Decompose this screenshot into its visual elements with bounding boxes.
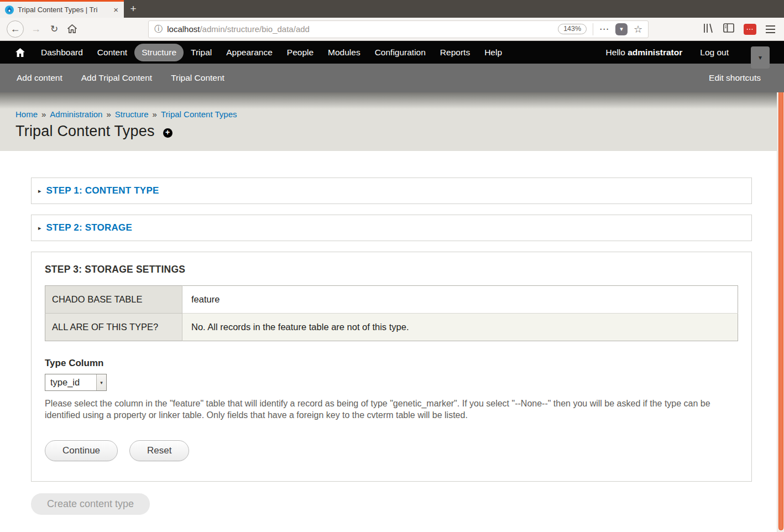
shortcut-add-content[interactable]: Add content <box>17 73 62 83</box>
browser-tab-active[interactable]: Tripal Content Types | Tri × <box>0 0 124 18</box>
url-host: localhost <box>167 24 200 34</box>
type-column-label: Type Column <box>45 358 738 369</box>
drupal-admin-toolbar: Dashboard Content Structure Tripal Appea… <box>0 41 784 64</box>
menu-item-dashboard[interactable]: Dashboard <box>34 44 90 61</box>
menu-item-modules[interactable]: Modules <box>321 44 368 61</box>
vertical-scrollbar[interactable] <box>777 41 784 532</box>
menu-item-structure[interactable]: Structure <box>134 44 184 61</box>
page-actions-icon[interactable]: ⋯ <box>599 23 609 35</box>
menu-item-configuration[interactable]: Configuration <box>368 44 433 61</box>
pocket-icon[interactable]: ▾ <box>615 23 628 35</box>
row-value-chado-base-table: feature <box>182 286 738 314</box>
breadcrumb-separator: » <box>153 109 157 119</box>
row-header-chado-base-table: CHADO BASE TABLE <box>45 286 182 314</box>
add-to-shortcuts-icon[interactable]: + <box>163 128 173 138</box>
page-header: Home»Administration»Structure»Tripal Con… <box>0 92 784 151</box>
sidebar-toggle-icon[interactable] <box>723 23 734 35</box>
divider <box>593 23 593 35</box>
collapse-triangle-icon: ▸ <box>38 187 41 195</box>
type-column-description: Please select the column in the "feature… <box>45 398 738 421</box>
table-row: ALL ARE OF THIS TYPE? No. All records in… <box>45 314 738 341</box>
edit-shortcuts-link[interactable]: Edit shortcuts <box>709 73 761 83</box>
step2-toggle-link[interactable]: STEP 2: STORAGE <box>46 222 132 233</box>
username: administrator <box>628 48 682 57</box>
shortcut-add-tripal-content[interactable]: Add Tripal Content <box>81 73 152 83</box>
bookmark-star-icon[interactable]: ☆ <box>634 23 642 35</box>
url-path: /admin/structure/bio_data/add <box>200 24 309 34</box>
menu-item-people[interactable]: People <box>280 44 321 61</box>
main-content: ▸ STEP 1: CONTENT TYPE ▸ STEP 2: STORAGE… <box>0 151 784 515</box>
back-icon[interactable]: ← <box>7 20 24 38</box>
home-icon[interactable] <box>67 24 77 34</box>
menu-hamburger-icon[interactable] <box>766 25 775 33</box>
menu-item-tripal[interactable]: Tripal <box>184 44 219 61</box>
tab-close-icon[interactable]: × <box>112 5 120 14</box>
reload-icon[interactable]: ↻ <box>50 23 58 35</box>
breadcrumb-home[interactable]: Home <box>15 109 38 119</box>
user-greeting: Hello administrator <box>597 48 692 58</box>
select-dropdown-arrow-icon[interactable]: ▾ <box>96 374 106 390</box>
library-icon[interactable] <box>703 23 714 35</box>
collapse-triangle-icon: ▸ <box>38 225 41 232</box>
row-value-all-are-of-this-type: No. All records in the feature table are… <box>182 314 738 341</box>
breadcrumb-separator: » <box>106 109 111 119</box>
drupal-favicon-icon <box>5 6 14 14</box>
toolbar-orientation-toggle[interactable]: ▾ <box>751 46 770 69</box>
create-content-type-button[interactable]: Create content type <box>31 493 150 515</box>
table-row: CHADO BASE TABLE feature <box>45 286 738 314</box>
menu-item-content[interactable]: Content <box>90 44 134 61</box>
breadcrumb: Home»Administration»Structure»Tripal Con… <box>15 92 784 119</box>
scrollbar-thumb[interactable] <box>778 42 783 530</box>
breadcrumb-structure[interactable]: Structure <box>115 109 149 119</box>
browser-navbar: ← → ↻ ⓘ localhost/admin/structure/bio_da… <box>0 18 784 41</box>
url-bar[interactable]: ⓘ localhost/admin/structure/bio_data/add… <box>148 20 649 38</box>
menu-item-reports[interactable]: Reports <box>433 44 477 61</box>
storage-settings-table: CHADO BASE TABLE feature ALL ARE OF THIS… <box>45 285 738 341</box>
page-title: Tripal Content Types <box>15 123 155 140</box>
breadcrumb-administration[interactable]: Administration <box>50 109 102 119</box>
site-info-icon[interactable]: ⓘ <box>154 24 163 34</box>
shortcut-tripal-content[interactable]: Tripal Content <box>171 73 224 83</box>
reset-button[interactable]: Reset <box>129 440 189 461</box>
fieldset-step2[interactable]: ▸ STEP 2: STORAGE <box>31 215 752 241</box>
continue-button[interactable]: Continue <box>45 440 118 461</box>
step3-heading: STEP 3: STORAGE SETTINGS <box>45 264 738 275</box>
menu-item-help[interactable]: Help <box>477 44 509 61</box>
shortcuts-bar: Add content Add Tripal Content Tripal Co… <box>0 64 784 92</box>
row-header-all-are-of-this-type: ALL ARE OF THIS TYPE? <box>45 314 182 341</box>
logout-link[interactable]: Log out <box>691 48 738 58</box>
select-selected-value: type_id <box>45 377 80 388</box>
tab-title: Tripal Content Types | Tri <box>18 6 108 14</box>
browser-tab-bar: Tripal Content Types | Tri × + <box>0 0 784 18</box>
breadcrumb-separator: » <box>41 109 46 119</box>
fieldset-step1[interactable]: ▸ STEP 1: CONTENT TYPE <box>31 178 752 204</box>
extension-icon[interactable]: ⋯ <box>744 24 756 35</box>
fieldset-step3: STEP 3: STORAGE SETTINGS CHADO BASE TABL… <box>31 252 752 482</box>
breadcrumb-tripal-content-types[interactable]: Tripal Content Types <box>161 109 237 119</box>
menu-item-appearance[interactable]: Appearance <box>219 44 280 61</box>
forward-icon[interactable]: → <box>31 23 41 35</box>
new-tab-button[interactable]: + <box>124 0 143 18</box>
url-text[interactable]: localhost/admin/structure/bio_data/add <box>167 24 310 34</box>
type-column-select[interactable]: type_id ▾ <box>45 374 107 391</box>
drupal-home-icon[interactable] <box>15 48 25 57</box>
step1-toggle-link[interactable]: STEP 1: CONTENT TYPE <box>46 185 159 196</box>
zoom-level-badge[interactable]: 143% <box>558 24 587 34</box>
